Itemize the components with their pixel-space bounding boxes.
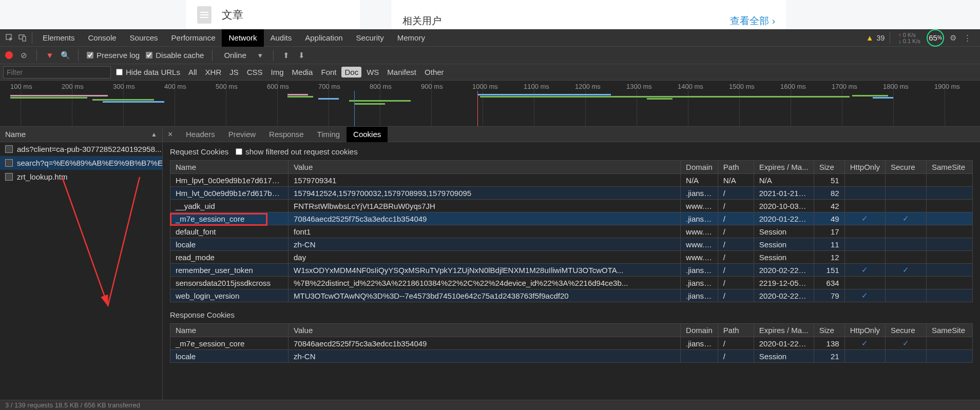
tab-elements[interactable]: Elements [36,29,82,47]
tab-application[interactable]: Application [298,29,349,47]
request-row[interactable]: zrt_lookup.htm [0,170,162,184]
cookie-row[interactable]: sensorsdata2015jssdkcross%7B%22distinct_… [170,277,973,289]
cookie-cell: ✓ [844,337,885,350]
cookie-cell [927,264,973,277]
close-detail-icon[interactable]: × [168,130,178,139]
record-button[interactable] [5,51,13,59]
col-header[interactable]: Expires / Ma... [754,161,814,174]
tab-memory[interactable]: Memory [391,29,432,47]
detail-tab-response[interactable]: Response [262,127,311,142]
cookie-cell [886,225,927,238]
device-toggle-icon[interactable] [17,32,28,44]
col-header[interactable]: Value [289,324,681,337]
filter-other[interactable]: Other [421,67,447,77]
cookie-cell: 82 [814,187,844,200]
filter-input[interactable] [3,66,111,79]
cookie-cell: %7B%22distinct_id%22%3A%2218610384%22%2C… [289,277,681,289]
response-cookies-section: Response Cookies NameValueDomainPathExpi… [163,305,980,366]
name-column-header: Name [5,130,26,139]
cookie-cell [927,225,973,238]
col-header[interactable]: HttpOnly [844,161,885,174]
cookie-row[interactable]: web_login_versionMTU3OTcwOTAwNQ%3D%3D--7… [170,289,973,302]
filter-js[interactable]: JS [226,67,242,77]
download-har-icon[interactable]: ⬇ [297,51,306,60]
col-header[interactable]: SameSite [927,324,973,337]
settings-icon[interactable]: ⚙ [947,32,958,44]
request-cookies-section: Request Cookies show filtered out reques… [163,142,980,305]
detail-tab-preview[interactable]: Preview [222,127,262,142]
col-header[interactable]: Name [170,161,289,174]
filter-all[interactable]: All [185,67,200,77]
cookie-cell [844,238,885,251]
cookie-cell [844,277,885,289]
cookie-cell [844,251,885,264]
disable-cache-checkbox[interactable]: Disable cache [146,51,204,60]
col-header[interactable]: Path [718,324,754,337]
cookie-row[interactable]: localezh-CN/Session21 [170,350,973,363]
col-header[interactable]: Size [814,161,844,174]
filter-toggle-icon[interactable]: ▼ [45,51,54,60]
cookie-cell [927,251,973,264]
cookie-row[interactable]: __yadk_uidFNTRstWlbwbsLcYjVt1A2BRuW0yqs7… [170,200,973,212]
filter-css[interactable]: CSS [244,67,266,77]
filter-img[interactable]: Img [268,67,287,77]
detail-tab-headers[interactable]: Headers [179,127,222,142]
col-header[interactable]: Name [170,324,289,337]
throttling-select[interactable]: Online [221,51,249,60]
detail-tab-timing[interactable]: Timing [311,127,347,142]
request-list-header[interactable]: Name ▲ [0,127,162,142]
cookie-cell: read_mode [170,251,289,264]
request-row[interactable]: search?q=%E6%89%AB%E9%9B%B7%E9... [0,156,162,170]
search-icon[interactable]: 🔍 [61,51,70,60]
col-header[interactable]: Secure [886,324,927,337]
throttling-chevron-icon[interactable]: ▾ [256,51,265,60]
cookie-cell: 1579412524,1579700032,1579708993,1579709… [289,187,681,200]
warning-icon[interactable]: ▲ [866,33,874,42]
cookie-cell: / [718,277,754,289]
col-header[interactable]: Secure [886,161,927,174]
col-header[interactable]: Expires / Ma... [754,324,814,337]
upload-har-icon[interactable]: ⬆ [282,51,291,60]
cookie-row[interactable]: Hm_lpvt_0c0e9d9b1e7d617b3e6842e8...15797… [170,174,973,187]
waterfall-bar [647,98,672,100]
tab-sources[interactable]: Sources [123,29,165,47]
cookie-row[interactable]: read_modedaywww.jians.../Session12 [170,251,973,264]
preserve-log-checkbox[interactable]: Preserve log [87,51,140,60]
cookie-row[interactable]: _m7e_session_core70846aecd2525f75c3a3edc… [170,212,973,225]
cookie-row[interactable]: Hm_lvt_0c0e9d9b1e7d617b3e6842e85...15794… [170,187,973,200]
cookie-cell: www.jians... [681,225,718,238]
view-all-link[interactable]: 查看全部 › [730,14,775,29]
hide-data-urls-checkbox[interactable]: Hide data URLs [116,68,180,76]
cookie-row[interactable]: remember_user_tokenW1sxODYxMDM4NF0sIiQyY… [170,264,973,277]
inspect-icon[interactable] [4,32,15,44]
filter-ws[interactable]: WS [363,67,382,77]
filter-manifest[interactable]: Manifest [384,67,419,77]
request-list-panel: Name ▲ ads?client=ca-pub-307728522401929… [0,127,163,400]
cookie-row[interactable]: localezh-CNwww.jians.../Session11 [170,238,973,251]
more-icon[interactable]: ⋮ [962,32,973,44]
col-header[interactable]: Size [814,324,844,337]
filter-xhr[interactable]: XHR [202,67,225,77]
waterfall-overview[interactable]: 100 ms200 ms300 ms400 ms500 ms600 ms700 … [0,81,980,127]
tab-security[interactable]: Security [350,29,391,47]
show-filtered-checkbox[interactable]: show filtered out request cookies [236,147,357,156]
detail-tab-cookies[interactable]: Cookies [347,127,388,142]
col-header[interactable]: Path [718,161,754,174]
col-header[interactable]: Domain [681,161,718,174]
col-header[interactable]: Domain [681,324,718,337]
filter-media[interactable]: Media [289,67,316,77]
cookie-row[interactable]: _m7e_session_core70846aecd2525f75c3a3edc… [170,337,973,350]
cookie-cell: N/A [681,174,718,187]
tab-network[interactable]: Network [222,29,263,47]
cookie-row[interactable]: default_fontfont1www.jians.../Session17 [170,225,973,238]
col-header[interactable]: SameSite [927,161,973,174]
filter-font[interactable]: Font [318,67,339,77]
col-header[interactable]: HttpOnly [844,324,885,337]
col-header[interactable]: Value [289,161,681,174]
tab-audits[interactable]: Audits [264,29,299,47]
request-row[interactable]: ads?client=ca-pub-30772852240192958... [0,142,162,156]
clear-button[interactable]: ⊘ [19,51,28,60]
tab-console[interactable]: Console [82,29,123,47]
filter-doc[interactable]: Doc [341,67,361,77]
tab-performance[interactable]: Performance [165,29,222,47]
